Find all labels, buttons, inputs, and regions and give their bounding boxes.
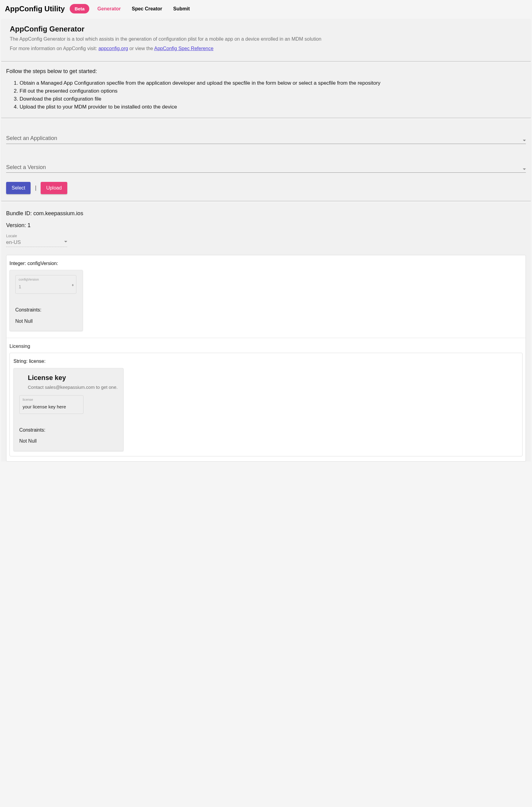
version-value: 1 <box>27 222 31 228</box>
constraints-heading: Constraints: <box>15 307 77 313</box>
config-version-input[interactable]: configVersion 1 <box>15 275 76 294</box>
info-text-pre: For more information on AppConfig visit: <box>10 46 98 51</box>
link-spec-reference[interactable]: AppConfig Spec Reference <box>154 46 213 51</box>
locale-value: en-US <box>6 239 21 246</box>
step-item: Fill out the presented configuration opt… <box>20 88 522 95</box>
chevron-down-icon <box>523 169 526 170</box>
steps-list: Obtain a Managed App Configuration specf… <box>6 79 522 110</box>
version-label: Version: <box>6 222 27 228</box>
version-line: Version: 1 <box>6 222 526 229</box>
config-version-input-value: 1 <box>19 284 21 289</box>
config-version-input-label: configVersion <box>19 277 73 282</box>
link-appconfig-org[interactable]: appconfig.org <box>98 46 128 51</box>
generator-title: AppConfig Generator <box>10 24 522 34</box>
config-version-title: Integer: configVersion: <box>10 260 522 267</box>
application-select[interactable]: Select an Application <box>6 134 526 144</box>
version-select[interactable]: Select a Version <box>6 164 526 173</box>
license-field-title: String: license: <box>14 358 518 365</box>
bundle-id-label: Bundle ID: <box>6 210 33 216</box>
chevron-down-icon <box>64 241 67 243</box>
top-nav: AppConfig Utility Beta Generator Spec Cr… <box>0 0 532 18</box>
bundle-id-value: com.keepassium.ios <box>33 210 83 216</box>
generator-subtitle: The AppConfig Generator is a tool which … <box>10 36 522 42</box>
step-item: Upload the plist to your MDM provider to… <box>20 103 522 111</box>
stepper-up-icon[interactable] <box>72 284 74 285</box>
constraints-value: Not Null <box>15 318 77 325</box>
select-block: Select an Application Select a Version S… <box>1 119 531 201</box>
license-card: String: license: License key Contact sal… <box>10 353 522 456</box>
licensing-group-label: Licensing <box>10 343 522 350</box>
info-text-mid: or view the <box>128 46 154 51</box>
button-divider: | <box>35 184 36 192</box>
beta-badge: Beta <box>70 4 90 14</box>
steps-lead: Follow the steps below to get started: <box>6 68 522 75</box>
chevron-down-icon <box>523 140 526 141</box>
select-button[interactable]: Select <box>6 182 31 194</box>
form-section: Bundle ID: com.keepassium.ios Version: 1… <box>1 203 531 462</box>
version-select-label: Select a Version <box>6 164 46 171</box>
license-input-label: license <box>23 397 80 402</box>
license-title: License key <box>28 373 118 383</box>
license-input[interactable]: license your license key here <box>19 395 83 414</box>
stepper-down-icon[interactable] <box>72 285 74 286</box>
header-block: AppConfig Generator The AppConfig Genera… <box>1 19 531 61</box>
license-subtitle: Contact sales@keepassium.com to get one. <box>28 384 118 390</box>
constraints-value: Not Null <box>19 438 118 444</box>
config-version-inner: configVersion 1 Constraints: Not Null <box>10 270 83 331</box>
constraints-heading: Constraints: <box>19 427 118 434</box>
group-divider <box>6 338 526 338</box>
app-title: AppConfig Utility <box>5 4 65 14</box>
nav-link-submit[interactable]: Submit <box>170 5 193 12</box>
steps-block: Follow the steps below to get started: O… <box>1 63 531 118</box>
number-stepper[interactable] <box>72 284 74 286</box>
nav-link-generator[interactable]: Generator <box>94 5 124 12</box>
application-select-label: Select an Application <box>6 134 57 142</box>
locale-label: Locale <box>6 233 67 239</box>
generator-info: For more information on AppConfig visit:… <box>10 45 522 52</box>
license-input-value: your license key here <box>23 404 66 409</box>
locale-select[interactable]: Locale en-US <box>6 233 67 247</box>
bundle-id-line: Bundle ID: com.keepassium.ios <box>6 210 526 217</box>
step-item: Obtain a Managed App Configuration specf… <box>20 79 522 87</box>
nav-link-spec-creator[interactable]: Spec Creator <box>129 5 166 12</box>
upload-button[interactable]: Upload <box>41 182 67 194</box>
license-inner: License key Contact sales@keepassium.com… <box>14 368 124 451</box>
config-version-card: Integer: configVersion: configVersion 1 … <box>6 255 526 462</box>
step-item: Download the plist configuration file <box>20 95 522 103</box>
